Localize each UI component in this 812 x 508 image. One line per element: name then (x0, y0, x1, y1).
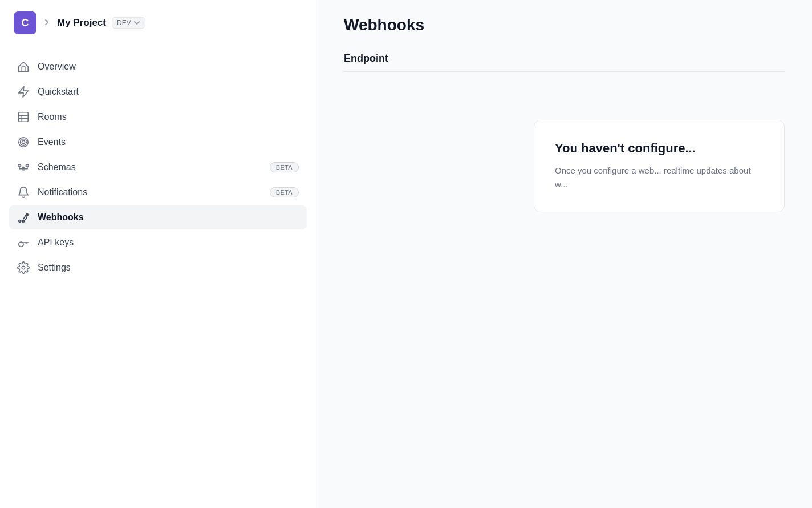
main-header: Webhooks (316, 0, 812, 43)
sidebar-item-label: API keys (38, 237, 299, 248)
svg-rect-1 (19, 112, 29, 122)
svg-point-6 (22, 140, 25, 144)
endpoint-label: Endpoint (344, 53, 785, 72)
webhooks-icon (17, 211, 30, 224)
sidebar-item-schemas[interactable]: Schemas BETA (9, 155, 307, 179)
api-keys-icon (17, 236, 30, 249)
sidebar-header: C My Project DEV (0, 0, 316, 46)
sidebar-item-notifications[interactable]: Notifications BETA (9, 180, 307, 204)
sidebar-item-webhooks[interactable]: Webhooks (9, 205, 307, 229)
page-title: Webhooks (344, 16, 785, 34)
home-icon (17, 61, 30, 73)
sidebar-item-label: Rooms (38, 112, 299, 122)
sidebar-item-label: Overview (38, 62, 299, 72)
svg-point-22 (22, 266, 25, 269)
beta-badge-schemas: BETA (270, 162, 299, 172)
notifications-icon (17, 186, 30, 199)
sidebar-item-label: Notifications (38, 187, 262, 197)
breadcrumb-chevron-icon (42, 18, 51, 29)
sidebar-item-label: Quickstart (38, 87, 299, 97)
settings-icon (17, 261, 30, 274)
svg-point-7 (21, 139, 27, 146)
empty-card-description: Once you configure a web... realtime upd… (555, 164, 764, 191)
env-badge[interactable]: DEV (112, 17, 145, 29)
sidebar-item-overview[interactable]: Overview (9, 55, 307, 79)
sidebar-item-label: Events (38, 137, 299, 147)
sidebar-item-settings[interactable]: Settings (9, 256, 307, 280)
sidebar-item-label: Settings (38, 263, 299, 273)
card-area: You haven't configure... Once you config… (316, 72, 812, 508)
empty-state-card: You haven't configure... Once you config… (534, 120, 785, 212)
endpoint-section: Endpoint (316, 43, 812, 72)
sidebar-item-quickstart[interactable]: Quickstart (9, 80, 307, 104)
events-icon (17, 136, 30, 148)
quickstart-icon (17, 86, 30, 98)
sidebar-item-label: Webhooks (38, 212, 299, 223)
sidebar-item-rooms[interactable]: Rooms (9, 105, 307, 129)
project-name: My Project (57, 17, 106, 29)
sidebar: C My Project DEV Overview Quickstart (0, 0, 316, 508)
svg-marker-0 (19, 87, 29, 97)
schemas-icon (17, 161, 30, 174)
main-content: Webhooks Endpoint You haven't configure.… (316, 0, 812, 508)
beta-badge-notifications: BETA (270, 187, 299, 197)
sidebar-item-api-keys[interactable]: API keys (9, 231, 307, 255)
avatar[interactable]: C (14, 11, 36, 34)
empty-card-title: You haven't configure... (555, 141, 764, 156)
sidebar-item-events[interactable]: Events (9, 130, 307, 154)
rooms-icon (17, 111, 30, 123)
sidebar-item-label: Schemas (38, 162, 262, 172)
sidebar-nav: Overview Quickstart Rooms Events (0, 46, 316, 508)
